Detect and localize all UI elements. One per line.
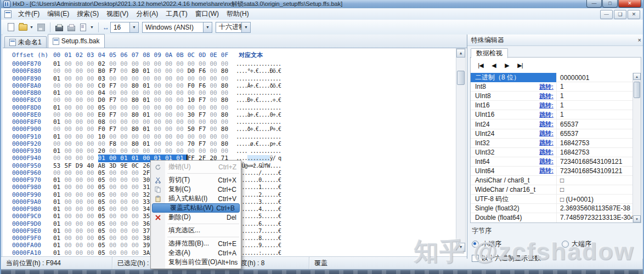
hex-byte[interactable]: 00	[120, 227, 131, 235]
hex-byte[interactable]: 00	[87, 67, 98, 75]
hex-byte[interactable]: 00	[87, 75, 98, 82]
hex-byte[interactable]: 53	[53, 162, 64, 169]
hex-byte[interactable]: 00	[76, 60, 87, 67]
hex-byte[interactable]: 00	[120, 235, 131, 242]
hex-byte[interactable]: 00	[109, 249, 120, 256]
hex-text[interactable]: .... ...........	[236, 148, 281, 154]
hex-byte[interactable]: 01	[143, 96, 154, 104]
hex-byte[interactable]: 80	[132, 96, 143, 104]
hex-byte[interactable]: 00	[76, 206, 87, 213]
hex-byte[interactable]: 00	[143, 60, 154, 67]
hex-byte[interactable]: 00	[76, 96, 87, 104]
hex-text[interactable]: ........8......€	[236, 235, 281, 241]
context-menu-item[interactable]: 删除(D)Del	[151, 213, 241, 222]
hex-byte[interactable]: 00	[64, 147, 75, 155]
encoding-select[interactable]: Windows (ANSI) ▼	[142, 22, 212, 33]
hex-byte[interactable]: F6	[199, 82, 210, 89]
hex-byte[interactable]: 05	[98, 176, 109, 184]
hex-byte[interactable]: 00	[109, 155, 120, 162]
hex-byte[interactable]: 05	[98, 191, 109, 198]
hex-byte[interactable]: 00	[132, 118, 143, 125]
hex-byte[interactable]: 10	[188, 96, 199, 104]
menu-item[interactable]: 窗口(W)	[191, 9, 223, 19]
hex-byte[interactable]: 00	[176, 89, 187, 96]
hex-byte[interactable]: 00	[165, 89, 176, 96]
hex-byte[interactable]: 00	[120, 89, 131, 96]
hex-byte[interactable]: F7	[109, 82, 120, 89]
hex-byte[interactable]: B0	[98, 67, 109, 75]
hex-byte[interactable]: 00	[199, 75, 210, 82]
hex-byte[interactable]: 80	[132, 67, 143, 75]
hex-byte[interactable]: 00	[120, 242, 131, 249]
hex-byte[interactable]: 00	[221, 89, 232, 96]
hex-byte[interactable]: 00	[154, 67, 165, 75]
hex-byte[interactable]: 00	[64, 96, 75, 104]
hex-byte[interactable]: 00	[165, 118, 176, 125]
hex-byte[interactable]: 00	[120, 82, 131, 89]
hex-byte[interactable]: 00	[64, 75, 75, 82]
hex-byte[interactable]: 00	[87, 249, 98, 256]
hex-byte[interactable]: 00	[109, 75, 120, 82]
page-options-button[interactable]	[77, 21, 89, 33]
hex-byte[interactable]: 05	[98, 220, 109, 227]
hex-byte[interactable]: 00	[64, 82, 75, 89]
hex-byte[interactable]: 00	[154, 96, 165, 104]
hex-byte[interactable]: 01	[53, 133, 64, 140]
hex-byte[interactable]: 00	[76, 220, 87, 227]
hex-byte[interactable]: 00	[64, 89, 75, 96]
hex-byte[interactable]: 00	[109, 235, 120, 242]
hex-byte[interactable]: 00	[188, 118, 199, 125]
hex-byte[interactable]: 00	[109, 169, 120, 176]
hex-byte[interactable]: 3D	[109, 162, 120, 169]
hex-byte[interactable]: 00	[176, 147, 187, 155]
hex-byte[interactable]: 00	[64, 213, 75, 220]
hex-byte[interactable]: F7	[199, 125, 210, 133]
inspector-value[interactable]: 72340168543109121	[557, 167, 632, 175]
hex-byte[interactable]: 00	[154, 60, 165, 67]
hex-byte[interactable]: 01	[143, 82, 154, 89]
hex-byte[interactable]: 00	[76, 176, 87, 184]
inspector-value[interactable]: 1	[557, 111, 632, 118]
hex-byte[interactable]: 00	[132, 213, 143, 220]
hex-byte[interactable]: 00	[120, 118, 131, 125]
hex-byte[interactable]: 00	[165, 125, 176, 133]
hex-byte[interactable]: 00	[64, 118, 75, 125]
hex-byte[interactable]: 00	[87, 111, 98, 118]
hex-byte[interactable]: 00	[154, 133, 165, 140]
hex-byte[interactable]: 00	[87, 242, 98, 249]
menu-item[interactable]: 编辑(E)	[43, 9, 73, 19]
hex-byte[interactable]: 00	[109, 184, 120, 191]
hex-byte[interactable]: AB	[98, 162, 109, 169]
hex-byte[interactable]: 05	[98, 169, 109, 176]
hex-byte[interactable]: 00	[165, 60, 176, 67]
scroll-up-icon[interactable]: ▲	[633, 73, 641, 80]
hex-byte[interactable]: 80	[221, 111, 232, 118]
hex-byte[interactable]: 5F	[64, 162, 75, 169]
scrollbar-thumb[interactable]	[634, 82, 640, 98]
hex-byte[interactable]: 00	[176, 96, 187, 104]
hex-byte[interactable]: 00	[87, 140, 98, 147]
hex-byte[interactable]: 00	[76, 249, 87, 256]
hex-text[interactable]: ........6......€	[236, 221, 281, 227]
hex-byte[interactable]: F7	[109, 96, 120, 104]
export-button[interactable]	[65, 21, 77, 33]
hex-byte[interactable]: 00	[76, 235, 87, 242]
hex-byte[interactable]: 00	[143, 133, 154, 140]
hex-byte[interactable]: 80	[221, 67, 232, 75]
context-menu-item[interactable]: 复制(C)Ctrl+C	[151, 185, 241, 194]
hex-text[interactable]: ........9......€	[236, 242, 281, 248]
hex-byte[interactable]: 00	[143, 75, 154, 82]
hex-byte[interactable]: 00	[210, 125, 221, 133]
hex-byte[interactable]: 00	[120, 176, 131, 184]
hex-byte[interactable]: 00	[165, 82, 176, 89]
hex-byte[interactable]: 00	[64, 249, 75, 256]
inspector-scrollbar[interactable]: ▲ ▼	[632, 73, 641, 222]
hex-text[interactable]: ........:......€	[236, 250, 281, 256]
hex-text[interactable]: .....ø.€....p÷.€	[236, 141, 281, 147]
hex-byte[interactable]: 00	[87, 104, 98, 111]
hex-text[interactable]: ....à÷.€....0÷.€	[236, 112, 281, 118]
inspector-value[interactable]: 65537	[557, 121, 632, 128]
hex-byte[interactable]: 00	[76, 198, 87, 206]
hex-byte[interactable]: 00	[120, 111, 131, 118]
hex-byte[interactable]: 30	[188, 111, 199, 118]
